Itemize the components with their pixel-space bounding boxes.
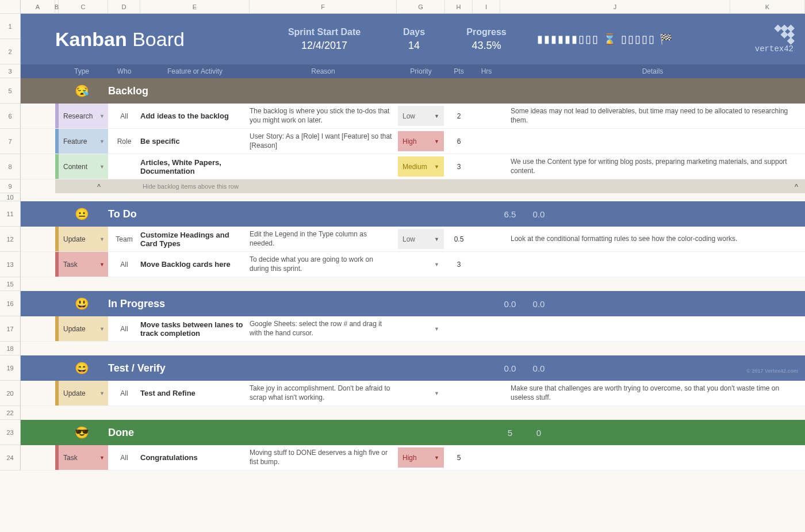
feature-cell[interactable]: Be specific (140, 129, 250, 154)
details-cell[interactable] (500, 129, 805, 154)
hrs-cell[interactable] (473, 227, 500, 251)
col-header[interactable]: J (500, 0, 730, 14)
pts-cell[interactable]: 6 (445, 129, 473, 154)
card-row[interactable]: Update▼AllMove tasks between lanes to tr… (21, 316, 805, 342)
details-cell[interactable] (500, 316, 805, 341)
card-row[interactable]: Research▼AllAdd ideas to the backlogThe … (21, 104, 805, 129)
who-cell[interactable]: Team (108, 227, 140, 251)
type-dropdown[interactable]: Research▼ (59, 104, 108, 128)
col-header[interactable]: E (140, 0, 250, 14)
hide-backlog-row[interactable]: ^Hide backlog items above this row^ (21, 179, 805, 193)
hrs-cell[interactable] (473, 316, 500, 341)
feature-cell[interactable]: Move Backlog cards here (140, 252, 250, 277)
pts-cell[interactable]: 3 (445, 252, 473, 277)
type-dropdown[interactable]: Task▼ (59, 445, 108, 470)
col-header[interactable]: I (473, 0, 500, 14)
row-header[interactable]: 20 (0, 381, 21, 406)
col-header[interactable]: H (445, 0, 473, 14)
type-dropdown[interactable]: Update▼ (59, 227, 108, 251)
reason-cell[interactable]: User Story: As a [Role] I want [Feature]… (250, 129, 397, 154)
details-cell[interactable]: Some ideas may not lead to deliverables,… (500, 104, 805, 128)
row-header[interactable]: 19 (0, 355, 21, 381)
row-header[interactable]: 9 (0, 179, 21, 193)
row-header[interactable]: 11 (0, 201, 21, 227)
card-row[interactable]: Feature▼RoleBe specificUser Story: As a … (21, 129, 805, 154)
reason-cell[interactable]: Google Sheets: select the row # and drag… (250, 316, 397, 341)
card-row[interactable]: Update▼TeamCustomize Headings and Card T… (21, 227, 805, 252)
card-row[interactable]: Task▼AllMove Backlog cards hereTo decide… (21, 252, 805, 277)
row-header[interactable]: 22 (0, 406, 21, 420)
hrs-cell[interactable] (473, 104, 500, 128)
who-cell[interactable] (108, 154, 140, 179)
feature-cell[interactable]: Add ideas to the backlog (140, 104, 250, 128)
pts-cell[interactable] (445, 316, 473, 341)
who-cell[interactable]: All (108, 381, 140, 405)
row-header[interactable]: 8 (0, 154, 21, 179)
feature-cell[interactable]: Articles, White Papers, Documentation (140, 154, 250, 179)
who-cell[interactable]: Role (108, 129, 140, 154)
feature-cell[interactable]: Congratulations (140, 445, 250, 470)
who-cell[interactable]: All (108, 252, 140, 277)
row-header[interactable]: 2 (0, 39, 21, 64)
hrs-cell[interactable] (473, 154, 500, 179)
pts-cell[interactable]: 2 (445, 104, 473, 128)
row-header[interactable]: 5 (0, 78, 21, 104)
reason-cell[interactable]: Edit the Legend in the Type column as ne… (250, 227, 397, 251)
row-header[interactable]: 3 (0, 64, 21, 78)
type-dropdown[interactable]: Task▼ (59, 252, 108, 277)
col-header[interactable]: C (59, 0, 108, 14)
details-cell[interactable]: Look at the conditional formatting rules… (500, 227, 805, 251)
details-cell[interactable]: We use the Content type for writing blog… (500, 154, 805, 179)
pts-cell[interactable] (445, 381, 473, 405)
card-row[interactable]: Content▼Articles, White Papers, Document… (21, 154, 805, 179)
row-header[interactable]: 6 (0, 104, 21, 129)
row-header[interactable]: 15 (0, 277, 21, 291)
details-cell[interactable]: Make sure that challenges are worth tryi… (500, 381, 805, 405)
reason-cell[interactable]: Moving stuff to DONE deserves a high fiv… (250, 445, 397, 470)
priority-dropdown[interactable]: High▼ (398, 447, 444, 468)
hrs-cell[interactable] (473, 381, 500, 405)
row-header[interactable]: 13 (0, 252, 21, 277)
pts-cell[interactable]: 0.5 (445, 227, 473, 251)
priority-dropdown[interactable]: ▼ (398, 383, 444, 403)
hrs-cell[interactable] (473, 445, 500, 470)
row-header[interactable]: 17 (0, 316, 21, 342)
row-header[interactable]: 1 (0, 14, 21, 39)
row-header[interactable]: 7 (0, 129, 21, 154)
col-header[interactable]: F (250, 0, 397, 14)
who-cell[interactable]: All (108, 445, 140, 470)
row-header[interactable]: 24 (0, 445, 21, 470)
feature-cell[interactable]: Move tasks between lanes to track comple… (140, 316, 250, 341)
type-dropdown[interactable]: Update▼ (59, 381, 108, 405)
col-header[interactable]: D (108, 0, 140, 14)
corner-cell[interactable] (0, 0, 21, 14)
details-cell[interactable] (500, 252, 805, 277)
col-header[interactable]: A (21, 0, 55, 14)
priority-dropdown[interactable]: ▼ (398, 319, 444, 339)
row-header[interactable]: 16 (0, 291, 21, 316)
card-row[interactable]: Task▼AllCongratulationsMoving stuff to D… (21, 445, 805, 470)
priority-dropdown[interactable]: Low▼ (398, 229, 444, 249)
row-header[interactable]: 18 (0, 342, 21, 355)
row-header[interactable]: 10 (0, 193, 21, 201)
who-cell[interactable]: All (108, 316, 140, 341)
who-cell[interactable]: All (108, 104, 140, 128)
reason-cell[interactable]: Take joy in accomplishment. Don't be afr… (250, 381, 397, 405)
reason-cell[interactable]: To decide what you are going to work on … (250, 252, 397, 277)
row-header[interactable]: 23 (0, 420, 21, 445)
feature-cell[interactable]: Customize Headings and Card Types (140, 227, 250, 251)
type-dropdown[interactable]: Content▼ (59, 154, 108, 179)
pts-cell[interactable]: 3 (445, 154, 473, 179)
reason-cell[interactable]: The backlog is where you stick the to-do… (250, 104, 397, 128)
type-dropdown[interactable]: Update▼ (59, 316, 108, 341)
col-header[interactable]: G (397, 0, 445, 14)
card-row[interactable]: Update▼AllTest and RefineTake joy in acc… (21, 381, 805, 406)
col-header[interactable]: K (730, 0, 805, 14)
pts-cell[interactable]: 5 (445, 445, 473, 470)
priority-dropdown[interactable]: Medium▼ (398, 156, 444, 177)
reason-cell[interactable] (250, 154, 397, 179)
type-dropdown[interactable]: Feature▼ (59, 129, 108, 154)
priority-dropdown[interactable]: Low▼ (398, 106, 444, 126)
hrs-cell[interactable] (473, 129, 500, 154)
feature-cell[interactable]: Test and Refine (140, 381, 250, 405)
